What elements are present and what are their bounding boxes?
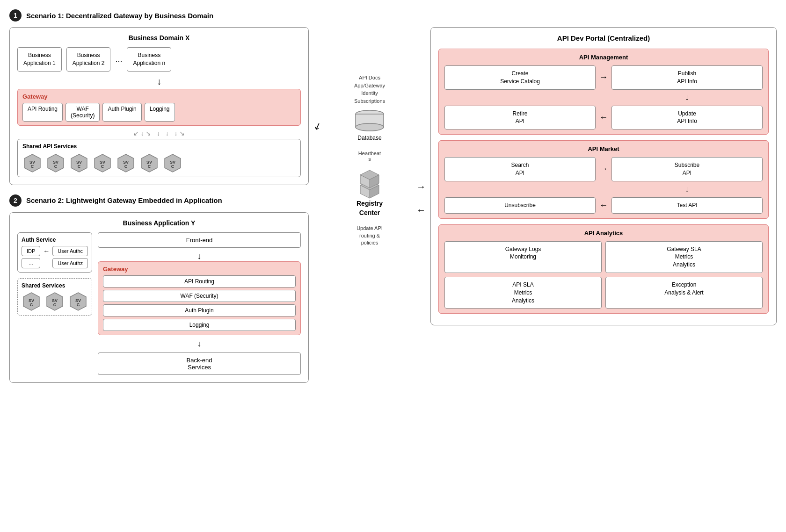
update-api-label: Update APIrouting &policies (357, 225, 383, 246)
gateway-sla-metrics: Gateway SLAMetricsAnalytics (605, 241, 763, 273)
scenario1-title: Scenario 1: Decentralized Gateway by Bus… (26, 12, 213, 20)
svg-text:C: C (148, 164, 151, 169)
gateway-logs-monitoring: Gateway LogsMonitoring (444, 241, 602, 273)
api-management-title: API Management (444, 54, 763, 61)
arrow-left-auth: ← (42, 247, 51, 255)
api-analytics-title: API Analytics (444, 230, 763, 237)
fan-arrows: ↙ ↓ ↘ ↓ ↓ ↓ ↘ (17, 129, 301, 137)
hex-row-2: SVC SVC SVC (22, 292, 88, 311)
api-portal-box: API Dev Portal (Centralized) API Managem… (430, 27, 777, 325)
backend-box: Back-end Services (98, 352, 301, 375)
exception-analysis: ExceptionAnalysis & Alert (605, 277, 763, 309)
svc-hex-5: SVC (116, 153, 136, 173)
scenario1-box: Business Domain X Business Application 1… (9, 27, 309, 185)
arrow-from-gateway: ↙ (312, 120, 323, 133)
api-management-section: API Management CreateService Catalog → P… (438, 49, 769, 135)
gateway1-plugins: API Routing WAF(Security) Auth Plugin Lo… (22, 103, 296, 122)
plugin2-routing: API Routing (103, 275, 296, 288)
shared-services2-label: Shared Services (22, 282, 88, 289)
plugin2-auth: Auth Plugin (103, 304, 296, 316)
arrow-down-1: ↓ (17, 76, 301, 87)
registry-center-area: RegistryCenter (351, 166, 388, 217)
arrow-to-portal: → (416, 181, 426, 192)
scenario2-header: 2 Scenario 2: Lightweight Gateway Embedd… (9, 194, 309, 207)
dots-auth: ... (22, 258, 40, 268)
api-management-flow: CreateService Catalog → PublishAPI Info … (444, 65, 763, 129)
auth-service-title: Auth Service (22, 237, 88, 243)
plugin-logging: Logging (145, 103, 175, 122)
api-docs-label: API DocsApp/GatewayIdentitySubscriptions (354, 74, 385, 105)
svc2-hex-1: SVC (22, 292, 41, 311)
svg-text:C: C (53, 302, 57, 307)
arrow-down-fe: ↓ (98, 252, 301, 261)
s2-right-col: Front-end ↓ Gateway API Routing WAF (Sec… (98, 232, 301, 375)
business-domain-title: Business Domain X (17, 34, 301, 42)
db-area: API DocsApp/GatewayIdentitySubscriptions… (353, 74, 386, 141)
gateway2-plugins: API Routing WAF (Security) Auth Plugin L… (103, 275, 296, 331)
retire-api: RetireAPI (444, 106, 596, 130)
biz-app-n: Business Application n (127, 47, 171, 72)
api-portal-title: API Dev Portal (Centralized) (438, 34, 769, 42)
biz-app-y-title: Business Application Y (17, 219, 301, 227)
hex-row-1: SVC SVC SVC SVC SVC (22, 153, 296, 173)
svg-text:C: C (171, 164, 175, 169)
svc2-hex-2: SVC (45, 292, 65, 311)
scenario1-header: 1 Scenario 1: Decentralized Gateway by B… (9, 9, 777, 22)
gateway1-outer: Gateway API Routing WAF(Security) Auth P… (17, 89, 301, 126)
arrow-h-bot-m: ← (597, 201, 611, 210)
svc-hex-6: SVC (139, 153, 159, 173)
s2-left-col: Auth Service IDP ← User Authc ... User A… (17, 232, 92, 316)
plugin2-waf: WAF (Security) (103, 290, 296, 302)
svc-hex-2: SVC (46, 153, 66, 173)
svg-text:C: C (101, 164, 104, 169)
plugin-api-routing: API Routing (22, 103, 63, 122)
registry-cube-icon (351, 166, 388, 199)
svg-text:C: C (54, 164, 58, 169)
dots-separator: ... (115, 47, 122, 65)
diagram-area: Business Domain X Business Application 1… (9, 27, 777, 448)
svc-hex-7: SVC (163, 153, 182, 173)
subscribe-api: SubscribeAPI (611, 157, 763, 181)
plugin-waf: WAF(Security) (66, 103, 100, 122)
svg-point-32 (356, 123, 384, 131)
svg-text:C: C (78, 164, 81, 169)
gateway1-label: Gateway (22, 93, 296, 100)
auth-grid: IDP ← User Authc ... User Authz (22, 246, 88, 268)
plugin-auth: Auth Plugin (102, 103, 141, 122)
arrow-down-gw: ↓ (98, 339, 301, 349)
svc2-hex-3: SVC (68, 292, 88, 311)
database-icon (353, 109, 386, 133)
api-portal-col: API Dev Portal (Centralized) API Managem… (430, 27, 777, 325)
svg-text:C: C (124, 164, 128, 169)
scenario2-title: Scenario 2: Lightweight Gateway Embedded… (26, 196, 222, 204)
center-registry: API DocsApp/GatewayIdentitySubscriptions… (309, 27, 430, 448)
left-scenarios: Business Domain X Business Application 1… (9, 27, 309, 383)
heartbeats-label: Heartbeats (358, 151, 381, 162)
api-analytics-section: API Analytics Gateway LogsMonitoring Gat… (438, 224, 769, 314)
unsubscribe-api: Unsubscribe (444, 197, 596, 214)
gateway2-outer: Gateway API Routing WAF (Security) Auth … (98, 261, 301, 335)
page-container: 1 Scenario 1: Decentralized Gateway by B… (9, 9, 777, 448)
api-analytics-grid: Gateway LogsMonitoring Gateway SLAMetric… (444, 241, 763, 309)
api-market-title: API Market (444, 145, 763, 152)
update-api-info: UpdateAPI Info (611, 106, 763, 130)
api-market-flow: SearchAPI → SubscribeAPI ↓ Unsubscribe ←… (444, 157, 763, 213)
user-authz-box: User Authz (52, 258, 88, 268)
search-api: SearchAPI (444, 157, 596, 181)
arrow-h-bot: ← (597, 113, 611, 122)
publish-api-info: PublishAPI Info (611, 65, 763, 90)
biz-app-2: Business Application 2 (66, 47, 111, 72)
arrow-v-right-m: ↓ (611, 184, 763, 194)
database-label: Database (357, 135, 381, 141)
shared-services2-box: Shared Services SVC SVC SVC (17, 278, 92, 316)
arrow-h-top-m: → (597, 164, 611, 174)
create-service-catalog: CreateService Catalog (444, 65, 596, 90)
scenario2-number: 2 (9, 194, 22, 207)
scenario1-number: 1 (9, 9, 22, 22)
biz-apps-row: Business Application 1 Business Applicat… (17, 47, 301, 72)
test-api: Test API (611, 197, 763, 214)
gateway2-label: Gateway (103, 266, 296, 273)
svg-text:C: C (31, 164, 34, 169)
auth-service-box: Auth Service IDP ← User Authc ... User A… (17, 232, 92, 273)
s2-inner: Auth Service IDP ← User Authc ... User A… (17, 232, 301, 375)
